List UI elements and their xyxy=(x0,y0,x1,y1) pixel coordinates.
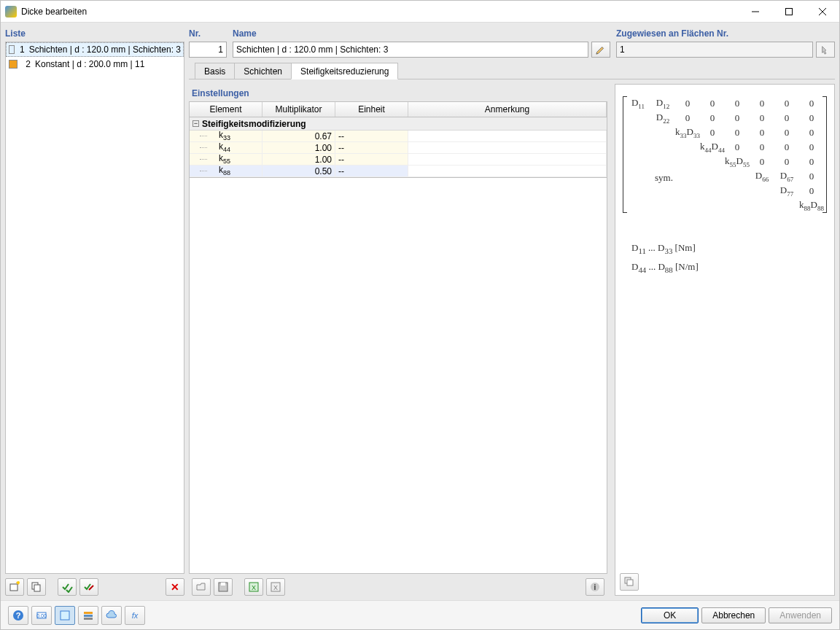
layers-view-button[interactable] xyxy=(78,606,98,625)
cell-einheit: -- xyxy=(335,142,408,153)
matrix-row: k88D88 xyxy=(626,198,824,213)
cell-anmerkung[interactable] xyxy=(408,142,607,153)
svg-rect-26 xyxy=(84,618,93,620)
matrix-copy-button[interactable] xyxy=(620,573,639,591)
matrix-cell: 0 xyxy=(725,112,750,124)
minimize-button[interactable] xyxy=(739,1,772,23)
table-row[interactable]: k55 1.00 -- xyxy=(190,154,607,166)
list-item-label: Konstant | d : 200.0 mm | 11 xyxy=(35,59,144,69)
apply-button[interactable]: Anwenden xyxy=(769,607,832,623)
color-swatch-icon xyxy=(9,60,18,69)
matrix-cell: D77 xyxy=(774,184,799,198)
check-all-button[interactable] xyxy=(58,578,77,596)
view-mode-button[interactable] xyxy=(55,606,75,625)
window-title: Dicke bearbeiten xyxy=(21,7,739,17)
svg-rect-4 xyxy=(10,584,18,591)
cloud-button[interactable] xyxy=(101,606,122,625)
table-row[interactable]: k88 0.50 -- xyxy=(190,166,607,177)
editor-blank-area xyxy=(189,178,607,574)
matrix-cell: D12 xyxy=(650,97,675,110)
nr-input[interactable]: 1 xyxy=(189,42,227,58)
svg-rect-7 xyxy=(34,585,40,591)
tab-schichten[interactable]: Schichten xyxy=(234,63,292,79)
matrix-cell: 0 xyxy=(725,127,750,139)
matrix-row: D11D12000000 xyxy=(626,96,824,111)
matrix-sym-label: sym. xyxy=(655,172,673,184)
save-file-button[interactable] xyxy=(214,578,233,596)
matrix-cell: 0 xyxy=(799,171,824,182)
matrix-cell: 0 xyxy=(725,98,750,109)
open-file-button[interactable] xyxy=(192,578,211,596)
matrix-cell: 0 xyxy=(675,98,700,109)
matrix-cell: k33D33 xyxy=(675,126,700,139)
legend-line-1: D11 ... D33 [Nm] xyxy=(631,242,828,255)
matrix-row: k33D3300000 xyxy=(626,125,824,140)
svg-text:X: X xyxy=(252,584,256,591)
maximize-button[interactable] xyxy=(772,1,806,23)
cell-multiplikator[interactable]: 0.67 xyxy=(262,131,335,141)
matrix-row: k44D440000 xyxy=(626,140,824,155)
settings-header: Einstellungen xyxy=(189,84,607,101)
list-item[interactable]: 2 Konstant | d : 200.0 mm | 11 xyxy=(6,57,184,71)
matrix-cell: 0 xyxy=(725,141,750,153)
delete-item-button[interactable]: ✕ xyxy=(166,578,184,596)
list-item[interactable]: 1 Schichten | d : 120.0 mm | Schichten: … xyxy=(6,42,184,57)
matrix-cell: 0 xyxy=(750,98,774,109)
cell-anmerkung[interactable] xyxy=(408,166,607,176)
list-item-label: Schichten | d : 120.0 mm | Schichten: 3 xyxy=(29,44,181,55)
group-row[interactable]: − Steifigkeitsmodifizierung xyxy=(190,117,607,131)
tab-basis[interactable]: Basis xyxy=(195,63,235,79)
copy-item-button[interactable] xyxy=(27,578,46,596)
col-multiplikator: Multiplikator xyxy=(262,102,335,117)
matrix-cell: 0 xyxy=(774,98,799,109)
units-button[interactable]: 0,00 xyxy=(31,606,52,625)
matrix-cell: 0 xyxy=(750,112,774,124)
matrix-cell: 0 xyxy=(799,156,824,168)
cell-element: k33 xyxy=(190,131,262,141)
cell-anmerkung[interactable] xyxy=(408,131,607,141)
table-row[interactable]: k33 0.67 -- xyxy=(190,131,607,142)
function-button[interactable]: fx xyxy=(125,606,145,625)
matrix-cell: 0 xyxy=(799,127,824,139)
matrix-cell: 0 xyxy=(774,127,799,139)
assigned-input[interactable]: 1 xyxy=(616,42,813,58)
matrix-row: D770 xyxy=(626,184,824,198)
edit-name-button[interactable] xyxy=(591,42,610,58)
cell-element: k44 xyxy=(190,142,262,153)
svg-text:i: i xyxy=(594,583,596,591)
uncheck-all-button[interactable] xyxy=(79,578,98,596)
new-item-button[interactable] xyxy=(5,578,24,596)
assigned-label: Zugewiesen an Flächen Nr. xyxy=(616,27,835,42)
nr-label: Nr. xyxy=(189,27,227,42)
import-excel-button[interactable]: X xyxy=(266,578,285,596)
matrix-cell: D22 xyxy=(650,112,675,125)
name-label: Name xyxy=(233,27,610,42)
export-excel-button[interactable]: X xyxy=(244,578,263,596)
pick-surfaces-button[interactable] xyxy=(816,42,835,58)
cell-multiplikator[interactable]: 0.50 xyxy=(262,166,335,176)
matrix-cell: k44D44 xyxy=(700,141,725,154)
name-input[interactable]: Schichten | d : 120.0 mm | Schichten: 3 xyxy=(233,42,588,58)
list-header: Liste xyxy=(5,27,184,42)
matrix-cell: 0 xyxy=(799,185,824,197)
close-button[interactable] xyxy=(806,1,839,23)
tab-steifigkeitsreduzierung[interactable]: Steifigkeitsreduzierung xyxy=(291,63,398,79)
cancel-button[interactable]: Abbrechen xyxy=(701,607,766,623)
thickness-list[interactable]: 1 Schichten | d : 120.0 mm | Schichten: … xyxy=(5,42,184,574)
help-button[interactable]: ? xyxy=(8,606,28,625)
group-label: Steifigkeitsmodifizierung xyxy=(202,119,306,129)
info-button[interactable]: i xyxy=(586,578,604,596)
cell-multiplikator[interactable]: 1.00 xyxy=(262,142,335,153)
footer: ? 0,00 fx OK Abbrechen Anwenden xyxy=(1,600,839,629)
cell-anmerkung[interactable] xyxy=(408,154,607,165)
cell-multiplikator[interactable]: 1.00 xyxy=(262,154,335,165)
collapse-icon[interactable]: − xyxy=(192,120,199,127)
legend-line-2: D44 ... D88 [N/m] xyxy=(631,261,828,274)
ok-button[interactable]: OK xyxy=(641,607,699,623)
matrix-cell: 0 xyxy=(750,141,774,153)
table-row[interactable]: k44 1.00 -- xyxy=(190,142,607,154)
cell-einheit: -- xyxy=(335,154,408,165)
svg-text:?: ? xyxy=(16,611,21,620)
matrix-cell: k88D88 xyxy=(799,199,824,212)
svg-text:fx: fx xyxy=(132,611,139,620)
